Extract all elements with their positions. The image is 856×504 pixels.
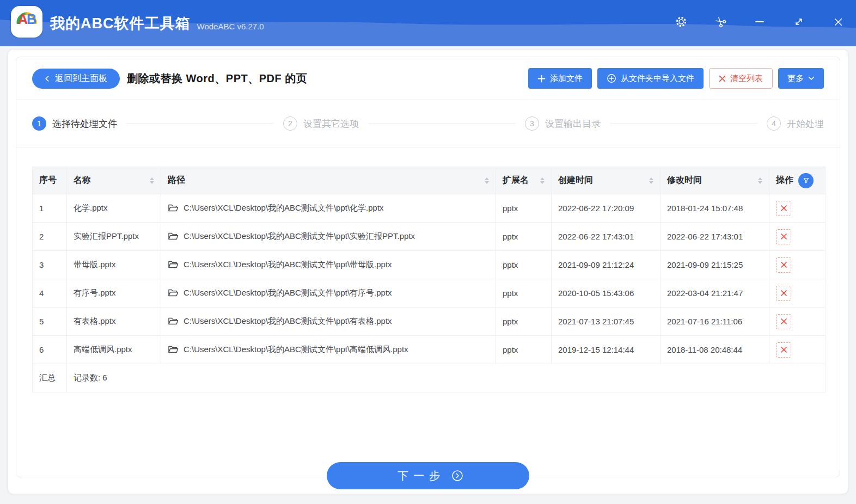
column-header[interactable]: 名称 bbox=[67, 167, 161, 194]
summary-label: 汇总 bbox=[33, 364, 67, 392]
folder-open-icon bbox=[168, 260, 179, 269]
app-logo: AB bbox=[11, 6, 42, 38]
folder-open-icon bbox=[168, 317, 179, 326]
file-table: 序号 名称 路径 扩展名 创建时间 修改时间 bbox=[32, 167, 826, 392]
column-header-label: 扩展名 bbox=[503, 175, 529, 186]
main-card: 返回到主面板 删除或替换 Word、PPT、PDF 的页 添加文件 从文件夹中导… bbox=[8, 49, 848, 494]
delete-row-button[interactable] bbox=[776, 314, 791, 329]
cell-name: 有序号.pptx bbox=[67, 279, 161, 308]
back-to-dashboard-button[interactable]: 返回到主面板 bbox=[32, 69, 120, 89]
cell-actions bbox=[769, 279, 826, 308]
column-header[interactable]: 操作 bbox=[769, 167, 826, 194]
step-2-options: 2 设置其它选项 bbox=[283, 116, 359, 131]
back-button-label: 返回到主面板 bbox=[55, 73, 107, 84]
cell-ext: pptx bbox=[496, 251, 552, 279]
folder-open-icon bbox=[168, 288, 179, 298]
cell-name: 带母版.pptx bbox=[67, 251, 161, 279]
delete-row-button[interactable] bbox=[776, 286, 791, 301]
file-path: C:\Users\XCL\Desktop\我的ABC测试文件\ppt\化学.pp… bbox=[184, 203, 384, 213]
add-files-button[interactable]: 添加文件 bbox=[528, 68, 592, 89]
more-button[interactable]: 更多 bbox=[778, 68, 824, 89]
logo-letters: AB bbox=[18, 13, 35, 26]
cell-actions bbox=[769, 223, 826, 251]
delete-row-button[interactable] bbox=[776, 201, 791, 216]
sort-arrows-icon[interactable] bbox=[540, 177, 545, 184]
clear-list-button[interactable]: 清空列表 bbox=[709, 68, 773, 89]
more-label: 更多 bbox=[787, 73, 804, 84]
column-header-label: 名称 bbox=[74, 175, 91, 186]
file-path: C:\Users\XCL\Desktop\我的ABC测试文件\ppt\有表格.p… bbox=[184, 316, 392, 327]
column-header-label: 操作 bbox=[776, 175, 793, 186]
filter-icon[interactable] bbox=[798, 173, 814, 188]
delete-x-icon bbox=[780, 346, 787, 353]
cell-ext: pptx bbox=[496, 223, 552, 251]
minimize-icon[interactable] bbox=[754, 16, 766, 28]
sort-arrows-icon[interactable] bbox=[758, 177, 762, 184]
summary-row: 汇总 记录数: 6 bbox=[33, 364, 826, 392]
circle-plus-icon bbox=[607, 73, 616, 83]
import-from-folder-button[interactable]: 从文件夹中导入文件 bbox=[597, 68, 704, 89]
cell-modified: 2022-03-04 21:21:47 bbox=[661, 279, 769, 308]
table-row: 5 有表格.pptx C:\Users\XCL\Desktop\我的ABC测试文… bbox=[33, 308, 826, 336]
clear-list-label: 清空列表 bbox=[730, 73, 763, 84]
cell-index: 1 bbox=[33, 194, 67, 223]
step-3-label: 设置输出目录 bbox=[545, 118, 601, 130]
chevron-left-icon bbox=[45, 75, 50, 82]
cell-ext: pptx bbox=[496, 308, 552, 336]
cell-index: 6 bbox=[33, 336, 67, 364]
cell-index: 4 bbox=[33, 279, 67, 308]
app-version: WodeABC v6.27.0 bbox=[197, 22, 264, 31]
next-step-label: 下一步 bbox=[398, 469, 445, 483]
cell-created: 2022-06-22 17:20:09 bbox=[552, 194, 661, 223]
cell-actions bbox=[769, 194, 826, 223]
file-path: C:\Users\XCL\Desktop\我的ABC测试文件\ppt\带母版.p… bbox=[184, 260, 392, 270]
step-connector bbox=[369, 124, 515, 124]
table-row: 2 实验汇报PPT.pptx C:\Users\XCL\Desktop\我的AB… bbox=[33, 223, 826, 251]
cell-path: C:\Users\XCL\Desktop\我的ABC测试文件\ppt\高端低调风… bbox=[161, 336, 496, 364]
scissors-icon[interactable] bbox=[714, 16, 726, 28]
folder-open-icon bbox=[168, 232, 179, 241]
cell-index: 3 bbox=[33, 251, 67, 279]
sort-arrows-icon[interactable] bbox=[485, 177, 489, 184]
table-header-row: 序号 名称 路径 扩展名 创建时间 修改时间 bbox=[33, 167, 826, 194]
chevron-down-icon bbox=[808, 76, 815, 81]
column-header[interactable]: 路径 bbox=[161, 167, 496, 194]
cell-created: 2021-07-13 21:07:45 bbox=[552, 308, 661, 336]
cell-path: C:\Users\XCL\Desktop\我的ABC测试文件\ppt\实验汇报P… bbox=[161, 223, 496, 251]
next-step-button[interactable]: 下一步 bbox=[327, 462, 529, 489]
cell-created: 2022-06-22 17:43:01 bbox=[552, 223, 661, 251]
x-icon bbox=[719, 75, 726, 82]
delete-row-button[interactable] bbox=[776, 229, 791, 244]
step-3-output-dir: 3 设置输出目录 bbox=[525, 116, 601, 131]
sort-arrows-icon[interactable] bbox=[649, 177, 653, 184]
delete-row-button[interactable] bbox=[776, 257, 791, 273]
cell-name: 化学.pptx bbox=[67, 194, 161, 223]
step-1-label: 选择待处理文件 bbox=[52, 118, 117, 130]
column-header[interactable]: 修改时间 bbox=[661, 167, 769, 194]
window-controls bbox=[675, 0, 844, 44]
file-path: C:\Users\XCL\Desktop\我的ABC测试文件\ppt\实验汇报P… bbox=[184, 231, 415, 242]
column-header[interactable]: 创建时间 bbox=[552, 167, 661, 194]
delete-x-icon bbox=[780, 233, 787, 240]
column-header-label: 修改时间 bbox=[667, 175, 702, 186]
cell-path: C:\Users\XCL\Desktop\我的ABC测试文件\ppt\化学.pp… bbox=[161, 194, 496, 223]
sort-arrows-icon[interactable] bbox=[150, 177, 154, 184]
close-icon[interactable] bbox=[832, 16, 844, 28]
cell-index: 5 bbox=[33, 308, 67, 336]
cell-name: 有表格.pptx bbox=[67, 308, 161, 336]
step-indicator: 1 选择待处理文件 2 设置其它选项 3 设置输出目录 4 开始处理 bbox=[16, 100, 840, 147]
column-header-label: 序号 bbox=[39, 175, 57, 186]
settings-icon[interactable] bbox=[675, 16, 687, 28]
table-row: 1 化学.pptx C:\Users\XCL\Desktop\我的ABC测试文件… bbox=[33, 194, 826, 223]
cell-created: 2021-09-09 21:12:24 bbox=[552, 251, 661, 279]
column-header[interactable]: 扩展名 bbox=[496, 167, 552, 194]
cell-actions bbox=[769, 308, 826, 336]
cell-name: 高端低调风.pptx bbox=[67, 336, 161, 364]
delete-row-button[interactable] bbox=[776, 342, 791, 358]
step-3-number: 3 bbox=[525, 116, 539, 131]
maximize-icon[interactable] bbox=[793, 16, 805, 28]
header-actions: 添加文件 从文件夹中导入文件 清空列表 更多 bbox=[528, 68, 824, 89]
step-2-number: 2 bbox=[283, 116, 297, 131]
import-from-folder-label: 从文件夹中导入文件 bbox=[621, 73, 694, 84]
cell-modified: 2022-06-22 17:43:01 bbox=[661, 223, 769, 251]
